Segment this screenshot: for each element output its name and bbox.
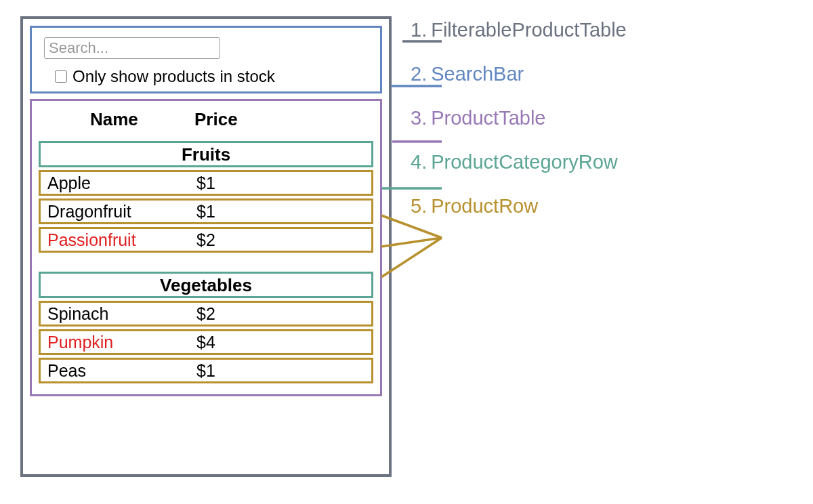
product-category-row: Fruits	[39, 141, 373, 167]
product-name: Spinach	[47, 304, 196, 324]
product-price: $1	[196, 173, 264, 193]
product-name: Peas	[47, 361, 196, 381]
annotation-number: 3.	[411, 107, 427, 129]
product-price: $2	[196, 230, 264, 250]
product-row: Dragonfruit $1	[39, 198, 373, 224]
product-price: $1	[196, 202, 264, 222]
annotations-list: 1. FilterableProductTable 2. SearchBar 3…	[411, 19, 627, 239]
product-price: $4	[196, 333, 264, 352]
header-price: Price	[194, 109, 289, 130]
product-row: Passionfruit $2	[39, 227, 373, 253]
product-row: Pumpkin $4	[39, 329, 373, 355]
annotation-product-category-row: 4. ProductCategoryRow	[411, 151, 627, 173]
product-name: Passionfruit	[47, 230, 196, 250]
search-bar: Only show products in stock	[30, 26, 382, 93]
search-input[interactable]	[44, 37, 220, 59]
product-price: $2	[196, 304, 264, 324]
component-hierarchy-diagram: Only show products in stock Name Price F…	[11, 11, 802, 493]
product-name: Dragonfruit	[47, 202, 196, 222]
annotation-number: 4.	[411, 151, 427, 173]
in-stock-checkbox-row: Only show products in stock	[55, 67, 368, 86]
product-row: Apple $1	[39, 170, 373, 196]
product-table: Name Price Fruits Apple $1 Dragonfruit $…	[30, 99, 382, 396]
annotation-search-bar: 2. SearchBar	[411, 63, 627, 85]
annotation-label: ProductCategoryRow	[431, 151, 618, 173]
annotation-label: ProductTable	[431, 107, 545, 129]
annotation-product-row: 5. ProductRow	[411, 195, 627, 217]
in-stock-checkbox[interactable]	[55, 70, 67, 83]
filterable-product-table: Only show products in stock Name Price F…	[20, 16, 392, 477]
header-name: Name	[39, 109, 194, 130]
annotation-filterable-product-table: 1. FilterableProductTable	[411, 19, 627, 41]
in-stock-checkbox-label: Only show products in stock	[72, 67, 275, 86]
annotation-number: 2.	[411, 63, 427, 85]
product-row: Spinach $2	[39, 301, 373, 327]
annotation-label: SearchBar	[431, 63, 524, 85]
product-name: Apple	[47, 173, 196, 193]
table-headers: Name Price	[39, 106, 373, 137]
annotation-label: ProductRow	[431, 195, 538, 217]
annotation-product-table: 3. ProductTable	[411, 107, 627, 129]
annotation-number: 1.	[411, 19, 427, 41]
annotation-label: FilterableProductTable	[431, 19, 627, 41]
product-category-row: Vegetables	[39, 272, 373, 298]
annotation-number: 5.	[411, 195, 427, 217]
product-name: Pumpkin	[47, 333, 196, 352]
product-row: Peas $1	[39, 358, 373, 383]
product-price: $1	[196, 361, 264, 381]
